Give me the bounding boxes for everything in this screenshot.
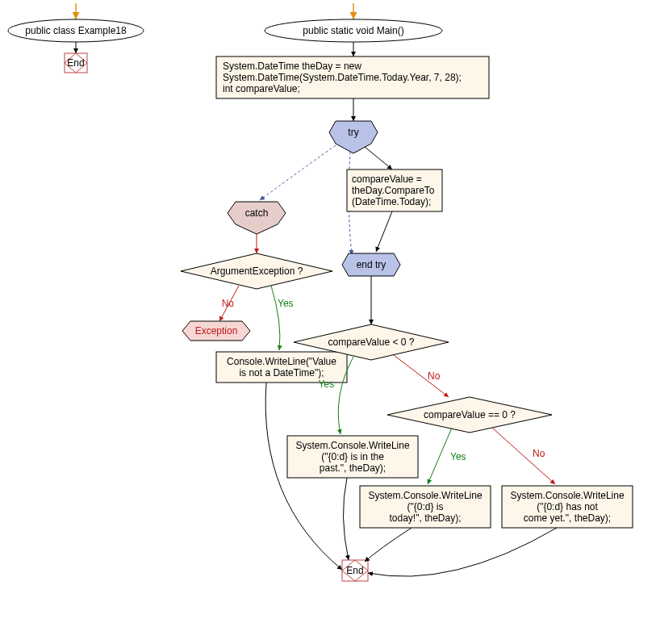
try-body-l1: compareValue =: [352, 174, 422, 185]
try-body-l3: (DateTime.Today);: [352, 196, 431, 207]
past-l3: past.", theDay);: [320, 462, 386, 474]
arrow-try-to-body: [365, 147, 392, 169]
argexc-no-label: No: [222, 298, 235, 309]
svg-text:End: End: [67, 57, 84, 69]
arrow-cmp-lt0-no: [394, 355, 449, 397]
dotted-try-to-catch: [260, 145, 336, 200]
arrow-notyet-to-end: [368, 528, 557, 576]
cmp-lt0-no-label: No: [428, 370, 441, 382]
argexc-yes-label: Yes: [278, 298, 294, 309]
exception-label: Exception: [195, 325, 238, 337]
past-l2: ("{0:d} is in the: [321, 451, 384, 462]
try-label: try: [348, 127, 358, 138]
cmp-lt0-label: compareValue < 0 ?: [328, 337, 415, 348]
arrow-body-to-endtry: [376, 211, 392, 252]
endtry-label: end try: [357, 259, 386, 270]
arrow-cmp-eq0-yes: [428, 428, 452, 484]
today-l3: today!", theDay);: [390, 512, 462, 524]
notyet-l2: ("{0:d} has not: [537, 501, 598, 512]
init-l3: int compareValue;: [223, 83, 300, 94]
today-l1: System.Console.WriteLine: [368, 490, 482, 501]
svg-text:End: End: [346, 565, 363, 576]
end-node-main: End: [342, 560, 368, 581]
arrow-cmp-eq0-no: [492, 428, 555, 484]
argexc-label: ArgumentException ?: [211, 266, 303, 277]
cmp-lt0-yes-label: Yes: [318, 378, 334, 390]
catch-body-l2: is not a DateTime");: [239, 367, 324, 378]
arrow-today-to-end: [365, 528, 412, 562]
today-l2: ("{0:d} is: [407, 501, 444, 512]
catch-label: catch: [245, 207, 269, 219]
catch-body-l1: Console.WriteLine("Value: [227, 356, 336, 367]
init-l1: System.DateTime theDay = new: [223, 61, 361, 72]
cmp-eq0-no-label: No: [533, 448, 545, 459]
init-l2: System.DateTime(System.DateTime.Today.Ye…: [223, 72, 462, 83]
method-label: public static void Main(): [303, 25, 403, 36]
class-label: public class Example18: [25, 25, 127, 36]
try-body-l2: theDay.CompareTo: [352, 185, 435, 196]
cmp-eq0-label: compareValue == 0 ?: [424, 409, 516, 420]
notyet-l1: System.Console.WriteLine: [510, 490, 624, 501]
cmp-eq0-yes-label: Yes: [450, 451, 466, 462]
end-node-left: End: [65, 53, 87, 73]
past-l1: System.Console.WriteLine: [295, 440, 409, 451]
arrow-argexc-yes: [271, 286, 280, 350]
arrow-past-to-end: [343, 478, 349, 560]
notyet-l3: come yet.", theDay);: [524, 512, 611, 524]
